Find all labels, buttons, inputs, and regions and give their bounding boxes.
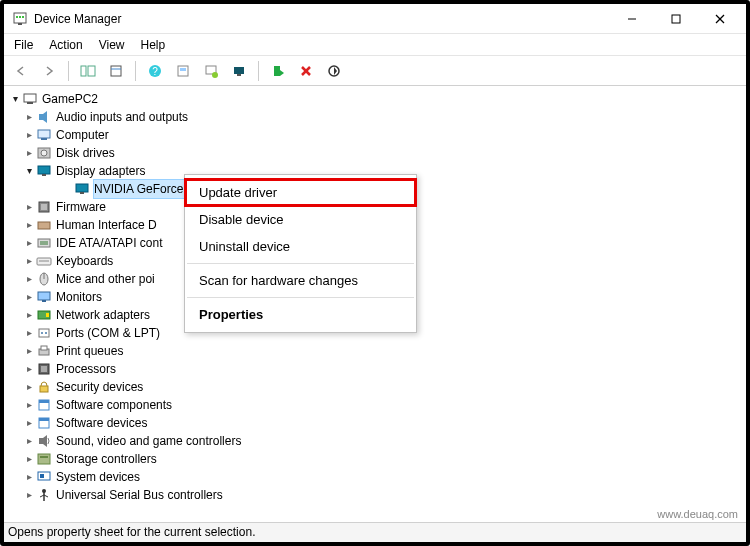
chevron-right-icon[interactable]: ▸: [22, 198, 36, 216]
monitor-icon: [36, 289, 52, 305]
uninstall-button[interactable]: [295, 60, 317, 82]
scan-hardware-button[interactable]: [228, 60, 250, 82]
properties-button[interactable]: [105, 60, 127, 82]
enable-button[interactable]: [267, 60, 289, 82]
svg-rect-62: [38, 454, 50, 464]
tree-root[interactable]: ▾ GamePC2: [6, 90, 744, 108]
svg-rect-10: [88, 66, 95, 76]
chevron-right-icon[interactable]: ▸: [22, 396, 36, 414]
svg-rect-46: [42, 300, 46, 302]
toolbar-icon[interactable]: [200, 60, 222, 82]
svg-rect-49: [39, 329, 49, 337]
minimize-button[interactable]: [610, 5, 654, 33]
svg-rect-20: [237, 74, 241, 76]
tree-item-label: Universal Serial Bus controllers: [56, 486, 223, 504]
disk-icon: [36, 145, 52, 161]
svg-point-2: [16, 16, 18, 18]
hid-icon: [36, 217, 52, 233]
app-icon: [12, 11, 28, 27]
tree-item[interactable]: ▸Software components: [6, 396, 744, 414]
toolbar-separator: [258, 61, 259, 81]
menu-separator: [187, 263, 414, 264]
chevron-right-icon[interactable]: ▸: [22, 378, 36, 396]
context-menu-item[interactable]: Properties: [185, 301, 416, 328]
menu-view[interactable]: View: [99, 38, 125, 52]
back-button[interactable]: [10, 60, 32, 82]
toolbar-icon[interactable]: [172, 60, 194, 82]
chip-icon: [36, 199, 52, 215]
chevron-right-icon[interactable]: ▸: [22, 216, 36, 234]
tree-item[interactable]: ▸Computer: [6, 126, 744, 144]
context-menu-item[interactable]: Uninstall device: [185, 233, 416, 260]
toolbar-separator: [135, 61, 136, 81]
svg-rect-34: [76, 184, 88, 192]
chevron-right-icon[interactable]: ▸: [22, 468, 36, 486]
svg-rect-53: [41, 346, 47, 350]
svg-rect-38: [38, 222, 50, 229]
tree-item-label: IDE ATA/ATAPI cont: [56, 234, 162, 252]
chevron-right-icon[interactable]: ▸: [22, 126, 36, 144]
menu-action[interactable]: Action: [49, 38, 82, 52]
svg-point-3: [19, 16, 21, 18]
tree-item-label: Security devices: [56, 378, 143, 396]
tree-item[interactable]: ▸Storage controllers: [6, 450, 744, 468]
close-button[interactable]: [698, 5, 742, 33]
chevron-right-icon[interactable]: ▸: [22, 342, 36, 360]
chevron-down-icon[interactable]: ▾: [8, 90, 22, 108]
tree-item[interactable]: ▸Universal Serial Bus controllers: [6, 486, 744, 504]
help-button[interactable]: ?: [144, 60, 166, 82]
svg-rect-6: [672, 15, 680, 23]
chevron-right-icon[interactable]: ▸: [22, 108, 36, 126]
tree-item[interactable]: ▸Software devices: [6, 414, 744, 432]
chevron-right-icon[interactable]: ▸: [22, 360, 36, 378]
tree-item[interactable]: ▸Security devices: [6, 378, 744, 396]
disable-button[interactable]: [323, 60, 345, 82]
display-icon: [36, 163, 52, 179]
chevron-right-icon[interactable]: ▸: [22, 234, 36, 252]
tree-item[interactable]: ▸Processors: [6, 360, 744, 378]
tree-item-label: System devices: [56, 468, 140, 486]
chevron-right-icon[interactable]: ▸: [22, 450, 36, 468]
tree-item[interactable]: ▸Sound, video and game controllers: [6, 432, 744, 450]
printer-icon: [36, 343, 52, 359]
chevron-right-icon[interactable]: ▸: [22, 270, 36, 288]
speaker-icon: [36, 109, 52, 125]
context-menu-item[interactable]: Disable device: [185, 206, 416, 233]
chevron-right-icon[interactable]: ▸: [22, 414, 36, 432]
svg-rect-63: [40, 456, 48, 458]
chevron-right-icon[interactable]: ▸: [22, 288, 36, 306]
menubar: File Action View Help: [4, 34, 746, 56]
toolbar-separator: [68, 61, 69, 81]
tree-item-label: Software devices: [56, 414, 147, 432]
tree-item[interactable]: ▸System devices: [6, 468, 744, 486]
svg-rect-26: [27, 102, 33, 104]
chevron-right-icon[interactable]: ▸: [22, 306, 36, 324]
menu-file[interactable]: File: [14, 38, 33, 52]
tree-item-label: Software components: [56, 396, 172, 414]
chevron-right-icon[interactable]: ▸: [22, 144, 36, 162]
chevron-right-icon[interactable]: ▸: [22, 486, 36, 504]
chevron-down-icon[interactable]: ▾: [22, 162, 36, 180]
tree-item-label: Sound, video and game controllers: [56, 432, 241, 450]
svg-rect-25: [24, 94, 36, 102]
ide-icon: [36, 235, 52, 251]
chevron-right-icon[interactable]: ▸: [22, 432, 36, 450]
computer-icon: [36, 127, 52, 143]
context-menu-item[interactable]: Scan for hardware changes: [185, 267, 416, 294]
svg-point-51: [45, 332, 47, 334]
tree-item[interactable]: ▸Audio inputs and outputs: [6, 108, 744, 126]
maximize-button[interactable]: [654, 5, 698, 33]
context-menu-item[interactable]: Update driver: [185, 179, 416, 206]
toolbar: ?: [4, 56, 746, 86]
show-hide-tree-button[interactable]: [77, 60, 99, 82]
menu-help[interactable]: Help: [141, 38, 166, 52]
chevron-right-icon[interactable]: ▸: [22, 324, 36, 342]
svg-rect-29: [41, 138, 47, 140]
svg-point-4: [22, 16, 24, 18]
tree-item[interactable]: ▸Disk drives: [6, 144, 744, 162]
tree-item[interactable]: ▸Print queues: [6, 342, 744, 360]
chevron-right-icon[interactable]: ▸: [22, 252, 36, 270]
window-title: Device Manager: [34, 12, 610, 26]
sound-icon: [36, 433, 52, 449]
forward-button[interactable]: [38, 60, 60, 82]
